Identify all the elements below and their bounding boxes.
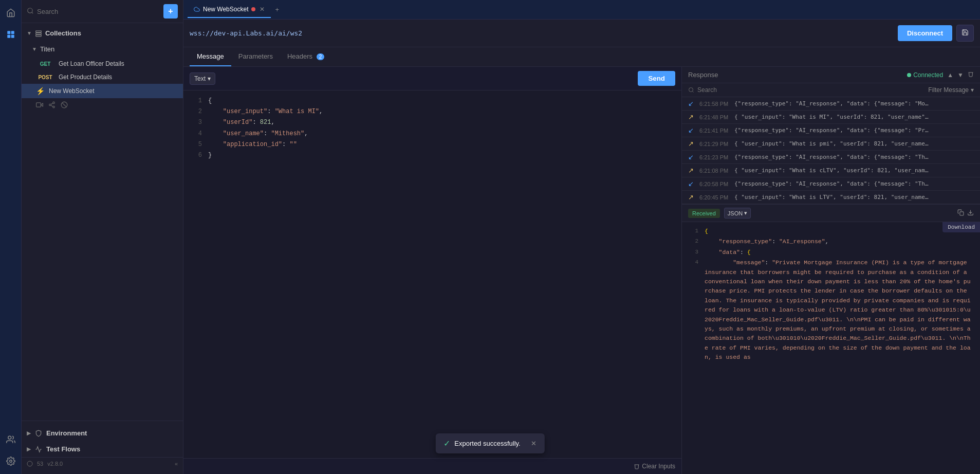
toast-message: Exported successfully.	[454, 440, 520, 447]
clear-button[interactable]: Clear Inputs	[634, 463, 675, 470]
home-icon[interactable]	[3, 5, 19, 21]
format-select[interactable]: Text ▾	[190, 72, 215, 85]
collapse-icon[interactable]: «	[175, 461, 178, 467]
arrow-down-icon[interactable]: ▼	[957, 71, 964, 79]
left-nav	[0, 0, 22, 474]
msg-arrow-out: ↗	[688, 167, 695, 174]
copy-icon[interactable]	[957, 209, 964, 217]
msg-arrow-in: ↙	[688, 153, 695, 161]
tab-message[interactable]: Message	[190, 47, 231, 66]
json-chevron: ▾	[744, 210, 747, 216]
connected-badge: Connected	[907, 71, 943, 79]
clear-icon	[634, 463, 640, 469]
msg-arrow-in: ↙	[688, 180, 695, 188]
svg-point-21	[689, 88, 693, 92]
received-badge: Received	[688, 209, 720, 218]
environment-label: Environment	[46, 429, 87, 437]
environment-section[interactable]: ▶ Environment	[22, 425, 183, 441]
search-bar: +	[22, 0, 183, 23]
response-search-input[interactable]	[697, 86, 925, 94]
add-button[interactable]: +	[163, 4, 178, 19]
sidebar-footer: ▶ Environment ▶ Test Flows 53 v2.8.0 «	[22, 421, 183, 474]
url-input[interactable]	[190, 29, 894, 37]
messages-list: ↙ 6:21:58 PM {"response_type": "AI_respo…	[682, 97, 980, 205]
response-search: Filter Message ▾	[682, 83, 980, 97]
response-title: Response	[688, 71, 903, 79]
filter-message[interactable]: Filter Message ▾	[928, 86, 974, 94]
msg-time: 6:20:45 PM	[699, 194, 730, 200]
tab-parameters[interactable]: Parameters	[231, 47, 280, 66]
websocket-item[interactable]: ⚡ New WebSocket	[22, 84, 183, 98]
msg-item-7[interactable]: ↙ 6:20:58 PM {"response_type": "AI_respo…	[682, 177, 980, 191]
download-icon[interactable]	[967, 209, 974, 217]
tf-chevron: ▶	[27, 446, 31, 452]
msg-item-6[interactable]: ↗ 6:21:08 PM { "user_input": "What is cL…	[682, 164, 980, 177]
download-tooltip[interactable]: Download	[942, 222, 980, 232]
trash-icon[interactable]	[968, 71, 974, 79]
ws-label: New WebSocket	[49, 87, 94, 95]
code-line-6: 6 }	[183, 150, 681, 161]
tab-label: New WebSocket	[203, 6, 248, 13]
msg-arrow-out: ↗	[688, 140, 695, 148]
json-select[interactable]: JSON ▾	[724, 208, 751, 218]
collections-section[interactable]: ▼ Collections	[22, 25, 183, 41]
svg-line-17	[51, 103, 53, 104]
svg-rect-1	[11, 31, 14, 34]
post-product-item[interactable]: POST Get Product Details	[22, 70, 183, 84]
code-editor[interactable]: 1 { 2 "user_input": "What is MI", 3 "use…	[183, 90, 681, 458]
websocket-tab[interactable]: New WebSocket ✕	[188, 2, 271, 18]
video-icon[interactable]	[36, 101, 43, 110]
share-icon[interactable]	[48, 101, 56, 110]
msg-preview: {"response_type": "AI_response", "data":…	[734, 154, 930, 160]
block-icon[interactable]	[61, 101, 68, 110]
test-flows-section[interactable]: ▶ Test Flows	[22, 441, 183, 457]
send-button[interactable]: Send	[638, 71, 675, 86]
test-flows-icon	[35, 446, 42, 453]
editor-toolbar: Text ▾ Send	[183, 67, 681, 90]
tab-headers[interactable]: Headers 2	[280, 47, 331, 66]
msg-item-2[interactable]: ↗ 6:21:48 PM { "user_input": "What is MI…	[682, 111, 980, 124]
response-bottom-toolbar: Received JSON ▾	[682, 205, 980, 222]
sidebar: + ▼ Collections ▼ Titen GET Get Loan Off…	[22, 0, 183, 474]
msg-item-3[interactable]: ↙ 6:21:41 PM {"response_type": "AI_respo…	[682, 124, 980, 137]
svg-rect-12	[36, 103, 41, 107]
svg-marker-11	[41, 103, 43, 106]
toast-close[interactable]: ✕	[531, 440, 537, 447]
check-icon: ✓	[443, 439, 450, 448]
version-label: v2.8.0	[47, 461, 63, 467]
save-button[interactable]	[956, 25, 974, 42]
tab-close[interactable]: ✕	[260, 6, 265, 13]
add-tab-button[interactable]: +	[271, 2, 283, 17]
search-input[interactable]	[37, 8, 160, 15]
grid-icon[interactable]	[3, 27, 19, 42]
svg-line-16	[51, 105, 53, 106]
svg-point-13	[53, 102, 55, 104]
msg-item-4[interactable]: ↗ 6:21:29 PM { "user_input": "What is pm…	[682, 137, 980, 151]
arrow-up-icon[interactable]: ▲	[947, 71, 953, 79]
svg-point-15	[53, 106, 55, 108]
msg-preview: { "user_input": "What is pmi", "userId":…	[734, 140, 930, 147]
users-icon[interactable]	[3, 432, 19, 447]
msg-time: 6:21:41 PM	[699, 127, 730, 134]
msg-time: 6:20:58 PM	[699, 181, 730, 187]
code-line-3: 3 "userId": 821,	[183, 117, 681, 128]
filter-chevron: ▾	[971, 86, 974, 94]
svg-rect-3	[11, 35, 14, 38]
msg-time: 6:21:48 PM	[699, 114, 730, 120]
svg-rect-8	[36, 30, 42, 32]
code-line-2: 2 "user_input": "What is MI",	[183, 106, 681, 117]
response-pane: Response Connected ▲ ▼ Filter Message ▾	[682, 67, 980, 474]
msg-item-8[interactable]: ↗ 6:20:45 PM { "user_input": "What is LT…	[682, 191, 980, 204]
post-badge: POST	[36, 74, 54, 81]
disconnect-button[interactable]: Disconnect	[898, 25, 952, 41]
msg-preview: {"response_type": "AI_response", "data":…	[734, 127, 930, 134]
titen-section[interactable]: ▼ Titen	[22, 41, 183, 57]
settings-icon[interactable]	[3, 453, 19, 469]
code-line-4: 4 "user_name": "Mithesh",	[183, 129, 681, 139]
get-loan-item[interactable]: GET Get Loan Officer Details	[22, 57, 183, 70]
editor-pane: Text ▾ Send 1 { 2 "user_input": "What is…	[183, 67, 682, 474]
msg-item-5[interactable]: ↙ 6:21:23 PM {"response_type": "AI_respo…	[682, 151, 980, 164]
test-flows-label: Test Flows	[46, 445, 80, 453]
main-area: New WebSocket ✕ + Disconnect Message Par…	[183, 0, 980, 474]
msg-item-1[interactable]: ↙ 6:21:58 PM {"response_type": "AI_respo…	[682, 97, 980, 111]
